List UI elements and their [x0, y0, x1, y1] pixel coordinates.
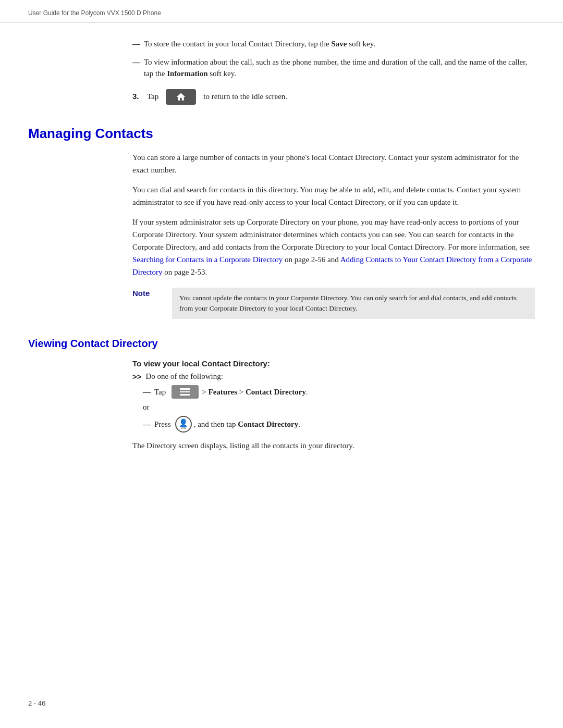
dash-1: —	[132, 38, 144, 50]
page-footer: 2 - 46	[28, 699, 45, 707]
tap-text-after: > Features > Contact Directory.	[202, 386, 308, 398]
managing-para-3: If your system administrator sets up Cor…	[132, 216, 535, 278]
menu-line-1	[180, 388, 190, 390]
bullet-item-1: — To store the contact in your local Con…	[132, 38, 535, 50]
note-content: You cannot update the contacts in your C…	[172, 288, 535, 319]
bullet-text-2: To view information about the call, such…	[144, 56, 535, 80]
note-label: Note	[132, 289, 164, 298]
press-dash: —	[143, 418, 154, 430]
sub-bullets: — Tap > Features > Contact Directory.	[143, 385, 535, 399]
menu-line-3	[180, 394, 190, 396]
press-sub-bullets: — Press 👤 DIR , and then tap Contact Dir…	[143, 416, 535, 433]
or-text: or	[143, 403, 535, 412]
step-number-3: 3.	[132, 91, 147, 103]
step-3-text-after: to return to the idle screen.	[203, 91, 287, 103]
note-box: Note You cannot update the contacts in y…	[132, 288, 535, 319]
managing-contacts-title: Managing Contacts	[28, 126, 535, 142]
press-text-after: , and then tap Contact Directory.	[194, 418, 300, 430]
home-button-image	[166, 89, 196, 105]
tap-text-before: Tap	[154, 386, 166, 398]
step-3: 3. Tap to return to the idle screen.	[132, 89, 535, 105]
arrow-bullet: >>	[132, 372, 142, 381]
tap-instruction: — Tap > Features > Contact Directory.	[143, 385, 535, 399]
page-content: — To store the contact in your local Con…	[0, 38, 563, 452]
press-text-before: Press	[154, 418, 171, 430]
bullet-item-2: — To view information about the call, su…	[132, 56, 535, 80]
directory-note: The Directory screen displays, listing a…	[132, 440, 535, 452]
page-number: 2 - 46	[28, 699, 45, 707]
link-corporate-search[interactable]: Searching for Contacts in a Corporate Di…	[132, 255, 283, 264]
dir-icon: 👤	[179, 419, 188, 426]
home-icon	[176, 92, 186, 102]
page-header: User Guide for the Polycom VVX 1500 D Ph…	[0, 0, 563, 22]
dash-2: —	[132, 56, 144, 68]
step-3-text-before: Tap	[147, 91, 158, 103]
bullet-text-1: To store the contact in your local Conta…	[144, 38, 535, 50]
viewing-contact-directory-title: Viewing Contact Directory	[28, 338, 535, 350]
para3-middle: on page 2-56 and	[285, 255, 340, 264]
menu-line-2	[180, 391, 190, 393]
menu-button-image	[172, 385, 199, 399]
dir-button-image: 👤 DIR	[175, 416, 192, 433]
top-section: — To store the contact in your local Con…	[132, 38, 535, 105]
header-text: User Guide for the Polycom VVX 1500 D Ph…	[28, 9, 161, 17]
do-one-line: >> Do one of the following:	[132, 372, 535, 381]
dir-label: DIR	[181, 426, 186, 429]
managing-para-1: You can store a large number of contacts…	[132, 151, 535, 176]
do-one-text: Do one of the following:	[146, 372, 223, 381]
press-instruction: — Press 👤 DIR , and then tap Contact Dir…	[143, 416, 535, 433]
menu-icon	[179, 387, 191, 397]
managing-para-2: You can dial and search for contacts in …	[132, 183, 535, 208]
para3-after: on page 2-53.	[164, 268, 207, 276]
tap-dash: —	[143, 386, 154, 398]
task-heading: To view your local Contact Directory:	[132, 359, 535, 368]
